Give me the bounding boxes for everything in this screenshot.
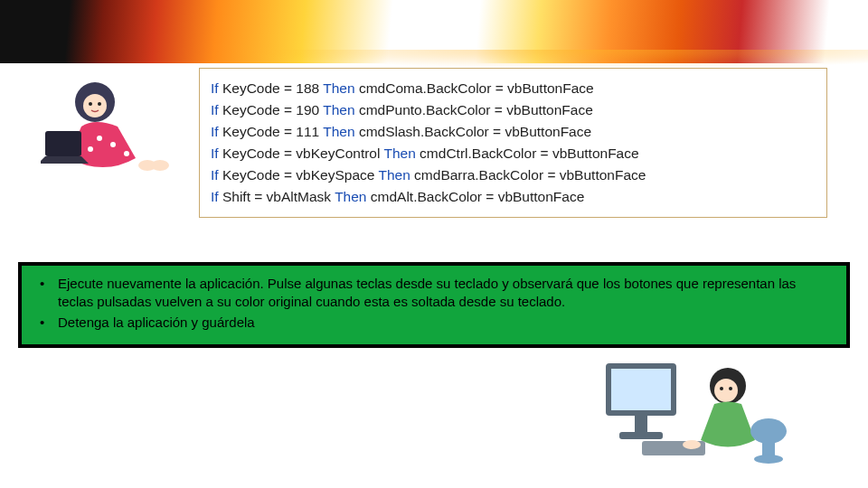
instructions-box: Ejecute nuevamente la aplicación. Pulse …: [18, 262, 850, 348]
illustration-boy-computer: [588, 354, 796, 472]
girl-laptop-icon: [41, 68, 176, 185]
svg-point-3: [98, 102, 101, 106]
svg-point-6: [88, 146, 93, 152]
svg-point-10: [151, 160, 169, 171]
svg-point-7: [124, 151, 129, 156]
svg-point-4: [97, 136, 102, 141]
svg-rect-13: [635, 416, 647, 432]
svg-point-18: [720, 387, 723, 390]
svg-point-19: [729, 387, 732, 390]
svg-point-20: [683, 440, 701, 449]
code-line: If KeyCode = 111 Then cmdSlash.BackColor…: [211, 121, 816, 143]
code-line: If KeyCode = 190 Then cmdPunto.BackColor…: [211, 99, 816, 121]
svg-point-5: [110, 142, 116, 147]
instruction-item: Ejecute nuevamente la aplicación. Pulse …: [34, 275, 834, 312]
instruction-item: Detenga la aplicación y guárdela: [34, 314, 834, 332]
code-line: If Shift = vbAltMask Then cmdAlt.BackCol…: [211, 186, 816, 208]
instructions-list: Ejecute nuevamente la aplicación. Pulse …: [34, 275, 834, 332]
code-line: If KeyCode = vbKeyControl Then cmdCtrl.B…: [211, 143, 816, 164]
decorative-banner: [0, 0, 868, 63]
code-snippet-box: If KeyCode = 188 Then cmdComa.BackColor …: [199, 68, 827, 218]
illustration-girl-laptop: [41, 68, 176, 185]
svg-point-1: [83, 94, 107, 117]
content-row: If KeyCode = 188 Then cmdComa.BackColor …: [41, 68, 827, 218]
svg-point-17: [714, 379, 738, 402]
code-line: If KeyCode = 188 Then cmdComa.BackColor …: [211, 78, 816, 99]
boy-computer-icon: [588, 354, 796, 472]
svg-point-21: [750, 418, 787, 444]
svg-rect-14: [619, 432, 663, 439]
svg-point-23: [754, 455, 783, 464]
code-line: If KeyCode = vbKeySpace Then cmdBarra.Ba…: [211, 164, 816, 186]
svg-rect-12: [611, 369, 671, 410]
svg-rect-8: [45, 131, 81, 156]
svg-point-2: [89, 102, 92, 106]
